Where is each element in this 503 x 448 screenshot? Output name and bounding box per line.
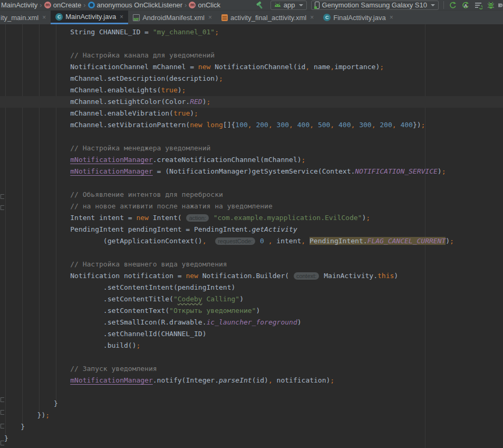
apply-code-changes-button[interactable]: A <box>459 0 472 11</box>
method-icon: m <box>44 2 51 8</box>
attach-profiler-button[interactable] <box>497 0 503 11</box>
code-line[interactable]: .build(); <box>4 340 503 351</box>
tab-finalacttivity-java[interactable]: C FinalActtivity.java × <box>318 11 398 24</box>
code-line[interactable]: (getApplicationContext(), requestCode: 0… <box>4 235 503 247</box>
chevron-down-icon <box>299 4 303 6</box>
code-line[interactable]: mNotificationManager.createNotificationC… <box>4 154 503 166</box>
editor-tabbar: ity_main.xml × C MainActivity.java × MF … <box>0 11 503 24</box>
code-line[interactable]: mChannel.enableVibration(true); <box>4 108 503 119</box>
code-line[interactable]: // Настройка внешнего вида уведомления <box>4 259 503 270</box>
close-icon[interactable]: × <box>208 14 212 21</box>
fold-marker[interactable] <box>1 397 4 402</box>
code-line[interactable]: mChannel.setDescription(description); <box>4 73 503 84</box>
close-icon[interactable]: × <box>310 14 314 21</box>
code-line[interactable] <box>4 386 503 398</box>
code-line[interactable]: PendingIntent pendingIntent = PendingInt… <box>4 224 503 235</box>
manifest-file-icon: MF <box>133 14 140 21</box>
fold-marker[interactable] <box>1 424 4 428</box>
apply-changes-icon <box>449 1 457 9</box>
code-line[interactable] <box>4 351 503 363</box>
code-line[interactable] <box>4 177 503 189</box>
code-line[interactable]: } <box>4 433 503 444</box>
run-configuration-label: app <box>284 1 295 9</box>
code-line[interactable]: // Настройка канала для уведомлений <box>4 50 503 61</box>
code-line[interactable]: // Настройка менеджера уведомлений <box>4 142 503 154</box>
code-line[interactable]: String CHANNEL_ID = "my_channel_01"; <box>4 26 503 38</box>
fold-marker[interactable] <box>1 194 4 199</box>
breadcrumb-separator-icon: › <box>83 1 85 9</box>
apply-code-changes-icon: A <box>461 1 470 9</box>
tab-androidmanifest-xml[interactable]: MF AndroidManifest.xml × <box>128 11 217 24</box>
toolbar-divider <box>443 1 444 9</box>
toolbar-actions: app Genymotion Samsung Galaxy S10 A <box>254 0 503 11</box>
code-line-current[interactable]: mChannel.setLightColor(Color.RED); <box>0 96 503 108</box>
breadcrumb-item-onclick[interactable]: m onClick <box>189 1 220 9</box>
code-line[interactable]: .setContentIntent(pendingIntent) <box>4 282 503 293</box>
main-toolbar: MainActivity › m onCreate › anonymous On… <box>0 0 503 11</box>
tab-label: activity_final_acttivity.xml <box>230 14 306 22</box>
breadcrumb-item-oncreate[interactable]: m onCreate <box>44 1 81 9</box>
close-icon[interactable]: × <box>390 14 393 21</box>
apply-changes-button[interactable] <box>447 0 459 11</box>
list-refresh-button[interactable] <box>472 0 485 11</box>
tab-label: ity_main.xml <box>1 14 38 22</box>
build-button[interactable] <box>254 0 266 11</box>
code-line[interactable]: mNotificationManager.notify(Integer.pars… <box>4 375 503 386</box>
code-line[interactable]: mChannel.setVibrationPattern(new long[]{… <box>4 119 503 131</box>
breadcrumb-item-anonymous-onclicklistener[interactable]: anonymous OnClickListener <box>88 1 183 9</box>
code-line[interactable]: mChannel.enableLights(true); <box>4 84 503 96</box>
code-line[interactable]: // на новое активити после нажатия на ув… <box>4 201 503 212</box>
code-line[interactable]: NotificationChannel mChannel = new Notif… <box>4 61 503 73</box>
breadcrumb-separator-icon: › <box>185 1 187 9</box>
code-line[interactable]: mNotificationManager = (NotificationMana… <box>4 166 503 177</box>
fold-marker[interactable] <box>1 441 4 445</box>
bug-icon <box>487 1 495 9</box>
code-line[interactable]: Notification notification = new Notifica… <box>4 270 503 282</box>
tab-mainactivity-java[interactable]: C MainActivity.java × <box>51 11 128 24</box>
list-refresh-icon <box>474 1 482 9</box>
method-icon: m <box>189 2 196 8</box>
hammer-icon <box>256 1 264 9</box>
breadcrumb-label: onCreate <box>53 1 81 9</box>
code-line[interactable]: .setContentText("Открыть уведомление") <box>4 305 503 317</box>
fold-marker[interactable] <box>1 205 4 210</box>
breadcrumb-label: onClick <box>198 1 220 9</box>
code-line[interactable]: .setSmallIcon(R.drawable.ic_launcher_for… <box>4 317 503 328</box>
anonymous-class-icon <box>88 2 95 8</box>
code-line[interactable]: } <box>4 398 503 409</box>
android-icon <box>274 3 281 7</box>
chevron-down-icon <box>431 4 435 6</box>
profiler-icon <box>497 1 503 9</box>
code-line[interactable] <box>4 131 503 142</box>
java-class-icon: C <box>323 14 331 21</box>
debug-button[interactable] <box>485 0 497 11</box>
tab-label: AndroidManifest.xml <box>142 14 205 22</box>
breadcrumb-item-mainactivity[interactable]: MainActivity <box>1 1 37 9</box>
device-selector[interactable]: Genymotion Samsung Galaxy S10 <box>311 1 439 10</box>
phone-icon <box>315 2 320 9</box>
tab-label: FinalActtivity.java <box>333 14 385 22</box>
code-line[interactable]: .setChannelId(CHANNEL_ID) <box>4 328 503 340</box>
code-line[interactable]: }); <box>4 409 503 421</box>
fold-marker[interactable] <box>1 410 4 415</box>
code-line[interactable]: Intent intent = new Intent( action: "com… <box>4 212 503 224</box>
svg-text:A: A <box>464 3 468 8</box>
code-line[interactable]: // Обьявление интентов для переброски <box>4 189 503 201</box>
tab-label: MainActivity.java <box>65 13 116 21</box>
close-icon[interactable]: × <box>42 14 46 21</box>
code-line[interactable]: // Запуск уведомления <box>4 363 503 375</box>
code-editor[interactable]: String CHANNEL_ID = "my_channel_01"; // … <box>0 24 503 448</box>
breadcrumb: MainActivity › m onCreate › anonymous On… <box>1 1 220 9</box>
breadcrumb-label: MainActivity <box>1 1 37 9</box>
layout-file-icon <box>221 14 228 21</box>
code-line[interactable] <box>4 247 503 259</box>
code-area: String CHANNEL_ID = "my_channel_01"; // … <box>4 26 503 444</box>
breadcrumb-label: anonymous OnClickListener <box>97 1 183 9</box>
code-line[interactable]: .setContentTitle("Codeby Calling") <box>4 293 503 305</box>
run-configuration-selector[interactable]: app <box>270 1 307 10</box>
code-line[interactable] <box>4 38 503 50</box>
close-icon[interactable]: × <box>120 13 123 21</box>
tab-activity-main-xml[interactable]: ity_main.xml × <box>0 11 51 24</box>
code-line[interactable]: } <box>4 421 503 433</box>
tab-activity-final-acttivity-xml[interactable]: activity_final_acttivity.xml × <box>217 11 318 24</box>
